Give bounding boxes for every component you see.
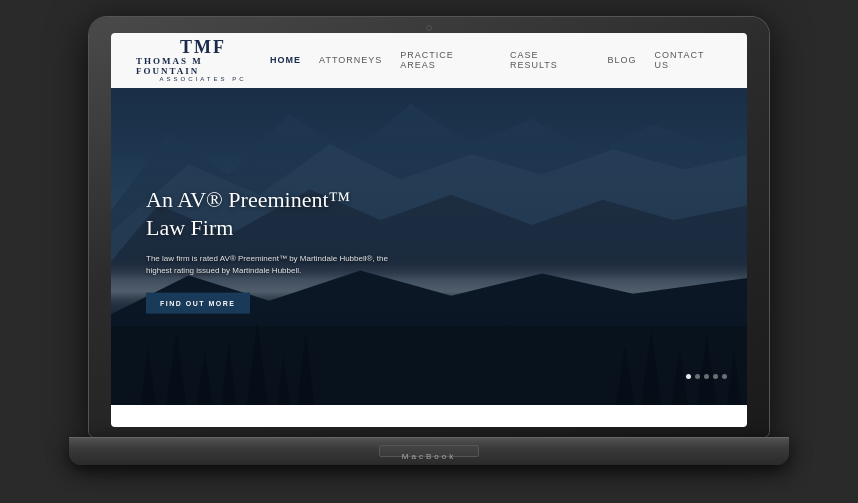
slide-dot-2[interactable] bbox=[695, 374, 700, 379]
webcam bbox=[426, 25, 432, 31]
hero-subtitle: The law firm is rated AV® Preeminent™ by… bbox=[146, 252, 406, 278]
hero-title: An AV® Preeminent™ Law Firm bbox=[146, 185, 712, 242]
bottom-bar bbox=[111, 405, 747, 427]
screen: TMF Thomas M Fountain Associates PC HOME… bbox=[111, 33, 747, 427]
nav-home[interactable]: HOME bbox=[270, 55, 301, 65]
logo-name: Thomas M Fountain bbox=[136, 56, 270, 76]
slide-dot-3[interactable] bbox=[704, 374, 709, 379]
laptop-lid: TMF Thomas M Fountain Associates PC HOME… bbox=[89, 17, 769, 437]
nav-practice-areas[interactable]: PRACTICE AREAS bbox=[400, 50, 492, 70]
laptop-base: MacBook bbox=[69, 437, 789, 465]
hero-content: An AV® Preeminent™ Law Firm The law firm… bbox=[111, 185, 747, 314]
nav-case-results[interactable]: CASE RESULTS bbox=[510, 50, 590, 70]
find-out-more-button[interactable]: FIND OUT MORE bbox=[146, 293, 250, 314]
brand-label: MacBook bbox=[402, 452, 456, 461]
slide-dot-5[interactable] bbox=[722, 374, 727, 379]
slide-indicators bbox=[686, 374, 727, 379]
slide-dot-1[interactable] bbox=[686, 374, 691, 379]
navigation: TMF Thomas M Fountain Associates PC HOME… bbox=[111, 33, 747, 88]
nav-blog[interactable]: BLOG bbox=[608, 55, 637, 65]
logo-monogram: TMF bbox=[180, 38, 226, 56]
logo-sub: Associates PC bbox=[160, 76, 247, 82]
website: TMF Thomas M Fountain Associates PC HOME… bbox=[111, 33, 747, 427]
nav-links: HOME ATTORNEYS PRACTICE AREAS CASE RESUL… bbox=[270, 50, 722, 70]
nav-contact[interactable]: CONTACT US bbox=[655, 50, 722, 70]
slide-dot-4[interactable] bbox=[713, 374, 718, 379]
laptop-container: TMF Thomas M Fountain Associates PC HOME… bbox=[69, 17, 789, 487]
logo: TMF Thomas M Fountain Associates PC bbox=[136, 38, 270, 82]
nav-attorneys[interactable]: ATTORNEYS bbox=[319, 55, 382, 65]
